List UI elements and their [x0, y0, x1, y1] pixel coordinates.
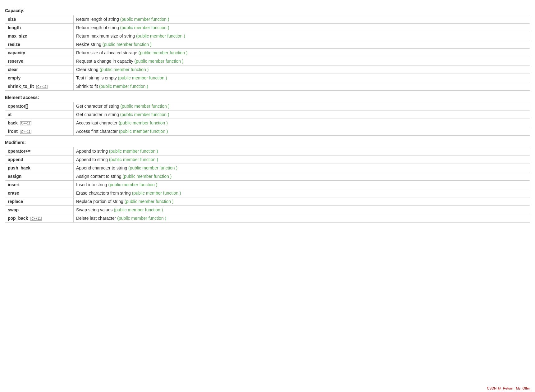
function-tag: (public member function ) [117, 216, 166, 221]
function-description: Return length of string (public member f… [74, 15, 530, 24]
table-row[interactable]: back C++11Access last character (public … [5, 119, 530, 127]
function-description: Resize string (public member function ) [74, 40, 530, 49]
table-row[interactable]: eraseErase characters from string (publi… [5, 189, 530, 197]
function-name[interactable]: back C++11 [5, 119, 74, 127]
table-element-access: operator[]Get character of string (publi… [5, 102, 530, 136]
function-tag: (public member function ) [128, 165, 177, 170]
table-row[interactable]: insertInsert into string (public member … [5, 181, 530, 189]
function-description: Shrink to fit (public member function ) [74, 82, 530, 91]
table-row[interactable]: pop_back C++11Delete last character (pub… [5, 214, 530, 223]
function-tag: (public member function ) [99, 84, 148, 89]
table-row[interactable]: resizeResize string (public member funct… [5, 40, 530, 49]
table-row[interactable]: assignAssign content to string (public m… [5, 172, 530, 181]
function-name[interactable]: operator+= [5, 147, 74, 155]
function-description: Append character to string (public membe… [74, 164, 530, 172]
function-name[interactable]: shrink_to_fit C++11 [5, 82, 74, 91]
function-name[interactable]: empty [5, 74, 74, 82]
table-row[interactable]: sizeReturn length of string (public memb… [5, 15, 530, 24]
function-name[interactable]: max_size [5, 32, 74, 40]
table-row[interactable]: front C++11Access first character (publi… [5, 127, 530, 136]
function-tag: (public member function ) [132, 191, 181, 196]
function-name[interactable]: capacity [5, 49, 74, 57]
function-tag: (public member function ) [109, 149, 158, 154]
function-description: Return maximum size of string (public me… [74, 32, 530, 40]
function-description: Insert into string (public member functi… [74, 181, 530, 189]
function-description: Replace portion of string (public member… [74, 197, 530, 206]
function-description: Erase characters from string (public mem… [74, 189, 530, 197]
function-tag: (public member function ) [122, 174, 171, 179]
function-description: Clear string (public member function ) [74, 65, 530, 74]
table-row[interactable]: emptyTest if string is empty (public mem… [5, 74, 530, 82]
function-tag: (public member function ) [120, 25, 169, 30]
table-modifiers: operator+=Append to string (public membe… [5, 147, 530, 223]
table-row[interactable]: reserveRequest a change in capacity (pub… [5, 57, 530, 65]
function-tag: (public member function ) [120, 104, 169, 109]
table-row[interactable]: capacityReturn size of allocated storage… [5, 49, 530, 57]
function-tag: (public member function ) [119, 129, 168, 134]
table-row[interactable]: operator[]Get character of string (publi… [5, 102, 530, 110]
function-name[interactable]: reserve [5, 57, 74, 65]
table-row[interactable]: operator+=Append to string (public membe… [5, 147, 530, 155]
cpp11-badge: C++11 [30, 217, 42, 221]
cpp11-badge: C++11 [20, 121, 31, 125]
table-row[interactable]: shrink_to_fit C++11Shrink to fit (public… [5, 82, 530, 91]
section-title-modifiers: Modifiers: [5, 140, 530, 145]
table-row[interactable]: replaceReplace portion of string (public… [5, 197, 530, 206]
table-row[interactable]: lengthReturn length of string (public me… [5, 24, 530, 32]
function-tag: (public member function ) [118, 75, 167, 80]
function-name[interactable]: replace [5, 197, 74, 206]
function-description: Access last character (public member fun… [74, 119, 530, 127]
function-tag: (public member function ) [103, 42, 152, 47]
function-name[interactable]: insert [5, 181, 74, 189]
function-tag: (public member function ) [99, 67, 149, 72]
function-tag: (public member function ) [120, 112, 169, 117]
function-description: Delete last character (public member fun… [74, 214, 530, 223]
function-name[interactable]: size [5, 15, 74, 24]
function-tag: (public member function ) [120, 17, 169, 22]
function-description: Append to string (public member function… [74, 147, 530, 155]
function-name[interactable]: length [5, 24, 74, 32]
function-description: Access first character (public member fu… [74, 127, 530, 136]
section-title-element-access: Element access: [5, 95, 530, 100]
table-row[interactable]: clearClear string (public member functio… [5, 65, 530, 74]
table-row[interactable]: swapSwap string values (public member fu… [5, 206, 530, 214]
function-name[interactable]: swap [5, 206, 74, 214]
function-tag: (public member function ) [125, 199, 174, 204]
function-tag: (public member function ) [108, 182, 158, 187]
function-tag: (public member function ) [109, 157, 158, 162]
function-tag: (public member function ) [119, 120, 168, 125]
function-description: Assign content to string (public member … [74, 172, 530, 181]
cpp11-badge: C++11 [36, 85, 48, 89]
function-tag: (public member function ) [139, 50, 188, 55]
function-name[interactable]: append [5, 155, 74, 164]
function-name[interactable]: operator[] [5, 102, 74, 110]
cpp11-badge: C++11 [20, 130, 31, 134]
function-name[interactable]: at [5, 110, 74, 119]
function-description: Test if string is empty (public member f… [74, 74, 530, 82]
function-tag: (public member function ) [135, 59, 184, 64]
section-title-capacity: Capacity: [5, 8, 530, 13]
function-name[interactable]: resize [5, 40, 74, 49]
table-row[interactable]: appendAppend to string (public member fu… [5, 155, 530, 164]
function-description: Append to string (public member function… [74, 155, 530, 164]
function-name[interactable]: assign [5, 172, 74, 181]
function-name[interactable]: front C++11 [5, 127, 74, 136]
function-description: Swap string values (public member functi… [74, 206, 530, 214]
function-name[interactable]: clear [5, 65, 74, 74]
table-row[interactable]: push_backAppend character to string (pub… [5, 164, 530, 172]
table-row[interactable]: atGet character in string (public member… [5, 110, 530, 119]
function-name[interactable]: push_back [5, 164, 74, 172]
function-description: Request a change in capacity (public mem… [74, 57, 530, 65]
table-row[interactable]: max_sizeReturn maximum size of string (p… [5, 32, 530, 40]
function-description: Return length of string (public member f… [74, 24, 530, 32]
function-description: Return size of allocated storage (public… [74, 49, 530, 57]
table-capacity: sizeReturn length of string (public memb… [5, 15, 530, 91]
function-description: Get character in string (public member f… [74, 110, 530, 119]
function-tag: (public member function ) [136, 34, 185, 38]
function-tag: (public member function ) [114, 207, 163, 212]
function-name[interactable]: pop_back C++11 [5, 214, 74, 223]
function-name[interactable]: erase [5, 189, 74, 197]
function-description: Get character of string (public member f… [74, 102, 530, 110]
